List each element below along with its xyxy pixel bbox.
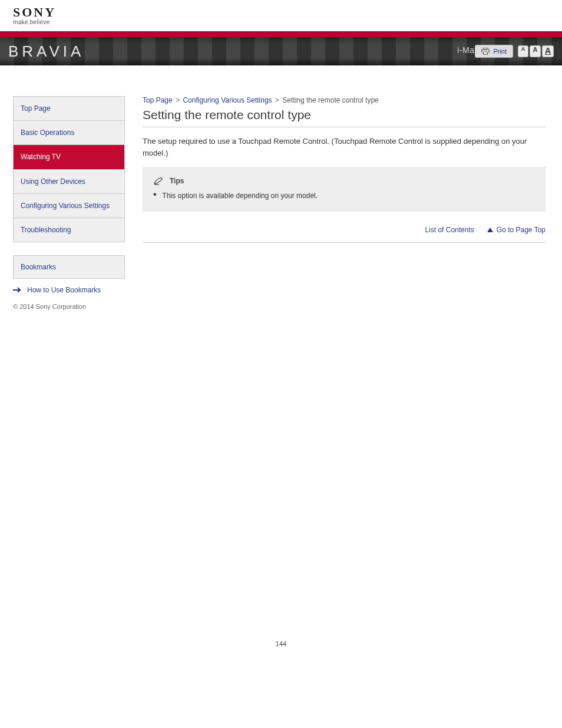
- sidebar-item-basic-operations[interactable]: Basic Operations: [14, 120, 124, 144]
- how-to-use-bookmarks-label: How to Use Bookmarks: [27, 286, 101, 294]
- brand-logo-block: SONY make.believe: [13, 5, 562, 25]
- guide-label: i-Manual: [457, 45, 491, 55]
- arrow-right-icon: [13, 287, 22, 293]
- main-footer-links: List of Contents Go to Page Top: [143, 226, 546, 234]
- sidebar: Top Page Basic Operations Watching TV Us…: [13, 96, 125, 295]
- brand-tagline: make.believe: [13, 19, 562, 25]
- page-number: 144: [13, 640, 549, 647]
- go-to-page-top-link[interactable]: Go to Page Top: [487, 226, 546, 234]
- sidebar-item-configuring-settings[interactable]: Configuring Various Settings: [14, 193, 124, 218]
- main-content: Top Page > Configuring Various Settings …: [143, 96, 549, 295]
- tip-panel: Tips • This option is available dependin…: [143, 167, 546, 212]
- sidebar-item-troubleshooting[interactable]: Troubleshooting: [14, 218, 124, 242]
- list-of-contents-link[interactable]: List of Contents: [425, 226, 474, 234]
- svg-marker-3: [487, 228, 493, 232]
- triangle-up-icon: [487, 228, 493, 232]
- banner: BRAVIA i-Manual Print A A A: [0, 31, 562, 65]
- print-button-label: Print: [493, 48, 507, 55]
- footer-divider: [143, 242, 546, 243]
- how-to-use-bookmarks-link[interactable]: How to Use Bookmarks: [13, 286, 101, 294]
- go-to-page-top-label: Go to Page Top: [497, 226, 546, 234]
- page-title: Setting the remote control type: [143, 108, 546, 127]
- breadcrumb-separator: >: [275, 96, 279, 104]
- hand-writing-icon: [153, 176, 165, 186]
- sidebar-nav: Top Page Basic Operations Watching TV Us…: [13, 96, 125, 242]
- sidebar-item-watching-tv[interactable]: Watching TV: [14, 144, 124, 169]
- sony-wordmark: SONY: [13, 5, 562, 20]
- breadcrumb-link-top[interactable]: Top Page: [143, 96, 173, 104]
- sidebar-item-top-page[interactable]: Top Page: [14, 97, 124, 120]
- bullet-icon: •: [153, 190, 157, 199]
- breadcrumb-current: Setting the remote control type: [282, 96, 378, 104]
- font-size-large-button[interactable]: A: [542, 45, 554, 57]
- breadcrumb-link-section[interactable]: Configuring Various Settings: [183, 96, 272, 104]
- page-description: The setup required to use a Touchpad Rem…: [143, 136, 546, 159]
- font-size-small-button[interactable]: A: [518, 45, 528, 57]
- tip-text: This option is available depending on yo…: [163, 190, 318, 201]
- font-size-medium-button[interactable]: A: [530, 45, 541, 57]
- breadcrumb: Top Page > Configuring Various Settings …: [143, 96, 546, 104]
- font-size-control: A A A: [518, 45, 554, 57]
- copyright-text: © 2014 Sony Corporation: [13, 303, 549, 310]
- breadcrumb-separator: >: [176, 96, 180, 104]
- banner-accent-bar: [0, 31, 562, 37]
- sidebar-item-using-other-devices[interactable]: Using Other Devices: [14, 169, 124, 193]
- banner-body: BRAVIA i-Manual Print A A A: [0, 37, 562, 65]
- bookmarks-button[interactable]: Bookmarks: [13, 255, 125, 279]
- tip-heading: Tips: [170, 177, 184, 185]
- model-line-label: BRAVIA: [8, 42, 84, 61]
